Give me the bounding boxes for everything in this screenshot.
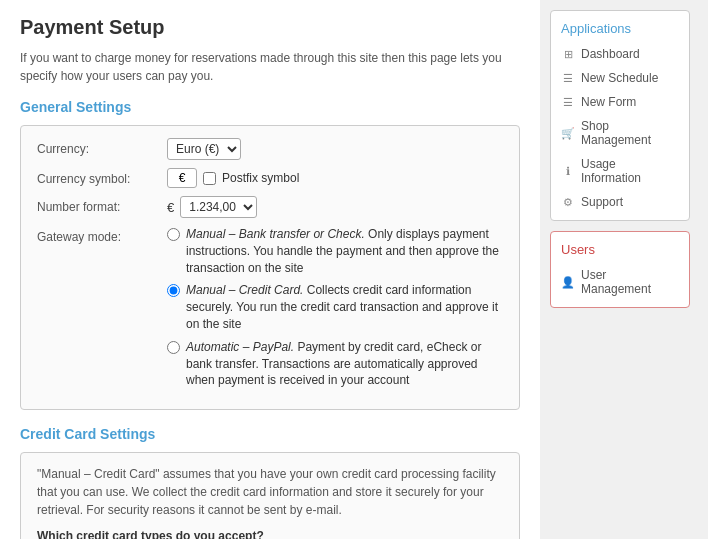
currency-symbol-value: Postfix symbol <box>167 168 299 188</box>
sidebar-item-new-schedule[interactable]: ☰New Schedule <box>551 66 689 90</box>
gateway-mode-row: Gateway mode: Manual – Bank transfer or … <box>37 226 503 389</box>
gateway-desc-paypal: Automatic – PayPal. Payment by credit ca… <box>186 339 503 389</box>
users-title: Users <box>551 238 689 263</box>
gateway-radio-paypal[interactable] <box>167 341 180 354</box>
page-description: If you want to charge money for reservat… <box>20 49 520 85</box>
credit-card-settings-title: Credit Card Settings <box>20 426 520 442</box>
gateway-option-manual-cc: Manual – Credit Card. Collects credit ca… <box>167 282 503 332</box>
page-title: Payment Setup <box>20 16 520 39</box>
gateway-option-manual-bank: Manual – Bank transfer or Check. Only di… <box>167 226 503 276</box>
applications-panel: Applications ⊞Dashboard☰New Schedule☰New… <box>550 10 690 221</box>
sidebar-item-user-management[interactable]: 👤User Management <box>551 263 689 301</box>
postfix-label: Postfix symbol <box>222 171 299 185</box>
currency-row: Currency: Euro (€) <box>37 138 503 160</box>
number-format-row: Number format: € 1.234,00 <box>37 196 503 218</box>
gateway-desc-manual-bank: Manual – Bank transfer or Check. Only di… <box>186 226 503 276</box>
credit-question: Which credit card types do you accept? <box>37 529 503 539</box>
sidebar-label-user-management: User Management <box>581 268 679 296</box>
sidebar-icon-new-form: ☰ <box>561 95 575 109</box>
currency-symbol-label: Currency symbol: <box>37 168 167 186</box>
currency-symbol-input[interactable] <box>167 168 197 188</box>
sidebar: Applications ⊞Dashboard☰New Schedule☰New… <box>540 0 700 539</box>
sidebar-label-shop-management: Shop Management <box>581 119 679 147</box>
sidebar-icon-new-schedule: ☰ <box>561 71 575 85</box>
number-format-label: Number format: <box>37 196 167 214</box>
sidebar-icon-dashboard: ⊞ <box>561 47 575 61</box>
sidebar-icon-shop-management: 🛒 <box>561 126 575 140</box>
sidebar-item-dashboard[interactable]: ⊞Dashboard <box>551 42 689 66</box>
gateway-radio-manual-cc[interactable] <box>167 284 180 297</box>
gateway-desc-manual-cc: Manual – Credit Card. Collects credit ca… <box>186 282 503 332</box>
users-panel: Users 👤User Management <box>550 231 690 308</box>
gateway-radio-manual-bank[interactable] <box>167 228 180 241</box>
general-settings-box: Currency: Euro (€) Currency symbol: Post… <box>20 125 520 410</box>
number-format-currency-symbol: € <box>167 200 174 215</box>
credit-description: "Manual – Credit Card" assumes that you … <box>37 465 503 519</box>
sidebar-label-dashboard: Dashboard <box>581 47 640 61</box>
currency-select[interactable]: Euro (€) <box>167 138 241 160</box>
applications-title: Applications <box>551 17 689 42</box>
gateway-option-paypal: Automatic – PayPal. Payment by credit ca… <box>167 339 503 389</box>
sidebar-label-new-form: New Form <box>581 95 636 109</box>
gateway-mode-label: Gateway mode: <box>37 226 167 244</box>
gateway-title-paypal: Automatic – PayPal. <box>186 340 294 354</box>
credit-card-settings-box: "Manual – Credit Card" assumes that you … <box>20 452 520 539</box>
sidebar-item-shop-management[interactable]: 🛒Shop Management <box>551 114 689 152</box>
number-format-select[interactable]: 1.234,00 <box>180 196 257 218</box>
general-settings-title: General Settings <box>20 99 520 115</box>
currency-label: Currency: <box>37 138 167 156</box>
number-format-value: € 1.234,00 <box>167 196 257 218</box>
gateway-title-manual-cc: Manual – Credit Card. <box>186 283 303 297</box>
sidebar-item-usage-information[interactable]: ℹUsage Information <box>551 152 689 190</box>
sidebar-icon-usage-information: ℹ <box>561 164 575 178</box>
sidebar-icon-support: ⚙ <box>561 195 575 209</box>
postfix-checkbox[interactable] <box>203 172 216 185</box>
sidebar-label-support: Support <box>581 195 623 209</box>
gateway-title-manual-bank: Manual – Bank transfer or Check. <box>186 227 365 241</box>
currency-value: Euro (€) <box>167 138 241 160</box>
sidebar-label-new-schedule: New Schedule <box>581 71 658 85</box>
sidebar-item-support[interactable]: ⚙Support <box>551 190 689 214</box>
gateway-radio-group: Manual – Bank transfer or Check. Only di… <box>167 226 503 389</box>
sidebar-icon-user-management: 👤 <box>561 275 575 289</box>
sidebar-item-new-form[interactable]: ☰New Form <box>551 90 689 114</box>
currency-symbol-row: Currency symbol: Postfix symbol <box>37 168 503 188</box>
sidebar-label-usage-information: Usage Information <box>581 157 679 185</box>
